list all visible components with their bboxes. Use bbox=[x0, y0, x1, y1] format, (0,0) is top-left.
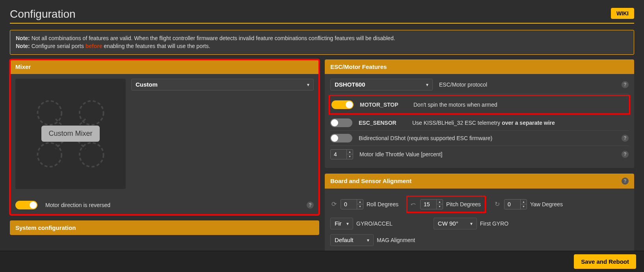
bidir-dshot-toggle[interactable] bbox=[330, 134, 352, 142]
mixer-preview: Custom Mixer bbox=[15, 79, 126, 189]
pitch-axis-icon: ⤺ bbox=[410, 200, 417, 208]
mag-align-label: MAG Alignment bbox=[377, 237, 415, 243]
esc-header: ESC/Motor Features bbox=[325, 59, 634, 74]
stepper-up-icon[interactable]: ▲ bbox=[521, 200, 527, 205]
gyro-index-select[interactable]: First bbox=[330, 218, 353, 229]
custom-mixer-badge: Custom Mixer bbox=[41, 126, 99, 142]
roll-axis-icon: ⟳ bbox=[330, 200, 337, 208]
note-box: Note: Not all combinations of features a… bbox=[10, 30, 634, 55]
bidir-dshot-label: Bidirectional DShot (requires supported … bbox=[359, 135, 615, 141]
mixer-panel: Mixer bbox=[10, 59, 319, 215]
esc-protocol-select[interactable]: DSHOT600 bbox=[330, 79, 433, 91]
first-gyro-label: First GYRO bbox=[480, 220, 508, 227]
idle-throttle-label: Motor Idle Throttle Value [percent] bbox=[359, 151, 615, 157]
svg-point-1 bbox=[80, 101, 104, 125]
motor-reverse-label: Motor direction is reversed bbox=[45, 202, 299, 208]
bottom-bar: Save and Reboot bbox=[0, 251, 644, 272]
idle-throttle-input[interactable] bbox=[331, 150, 346, 159]
help-icon[interactable]: ? bbox=[622, 81, 629, 88]
motor-stop-toggle[interactable] bbox=[331, 100, 354, 109]
esc-sensor-label: ESC_SENSOR bbox=[359, 120, 406, 126]
stepper-down-icon[interactable]: ▼ bbox=[347, 154, 353, 159]
motor-stop-label: MOTOR_STOP bbox=[360, 102, 407, 108]
gyro-accel-label: GYRO/ACCEL bbox=[356, 220, 393, 227]
board-panel: Board and Sensor Alignment ? ⟳ ▲▼ Roll D… bbox=[325, 174, 634, 254]
help-icon[interactable]: ? bbox=[307, 202, 314, 209]
roll-input[interactable] bbox=[341, 200, 357, 209]
first-gyro-select[interactable]: CW 90° bbox=[434, 218, 477, 229]
svg-point-0 bbox=[37, 101, 61, 125]
roll-label: Roll Degrees bbox=[367, 201, 398, 207]
note-warn: before bbox=[86, 43, 102, 49]
yaw-axis-icon: ↻ bbox=[494, 200, 501, 208]
note-line1: Not all combinations of features are val… bbox=[30, 35, 395, 41]
note-line2a: Configure serial ports bbox=[30, 43, 86, 49]
note-prefix: Note: bbox=[16, 35, 30, 41]
motor-reverse-toggle[interactable] bbox=[15, 201, 37, 209]
stepper-down-icon[interactable]: ▼ bbox=[357, 204, 363, 209]
save-reboot-button[interactable]: Save and Reboot bbox=[574, 254, 636, 269]
esc-panel: ESC/Motor Features DSHOT600 ESC/Motor pr… bbox=[325, 59, 634, 168]
help-icon[interactable]: ? bbox=[622, 135, 629, 142]
system-panel: System configuration bbox=[10, 220, 319, 235]
stepper-down-icon[interactable]: ▼ bbox=[437, 204, 443, 209]
yaw-input[interactable] bbox=[504, 200, 520, 209]
mag-align-select[interactable]: Default bbox=[330, 234, 374, 246]
mixer-type-select[interactable]: Custom bbox=[131, 79, 314, 91]
board-header: Board and Sensor Alignment bbox=[330, 178, 411, 184]
stepper-down-icon[interactable]: ▼ bbox=[521, 204, 527, 209]
stepper-up-icon[interactable]: ▲ bbox=[347, 150, 353, 155]
motor-stop-desc: Don't spin the motors when armed bbox=[413, 102, 627, 108]
help-icon[interactable]: ? bbox=[622, 151, 629, 158]
title-divider bbox=[10, 23, 634, 24]
help-icon[interactable]: ? bbox=[622, 178, 629, 185]
esc-protocol-label: ESC/Motor protocol bbox=[439, 81, 615, 88]
wiki-button[interactable]: WIKI bbox=[611, 8, 634, 19]
pitch-input[interactable] bbox=[421, 200, 436, 209]
note-line2b: enabling the features that will use the … bbox=[102, 43, 210, 49]
yaw-stepper[interactable]: ▲▼ bbox=[504, 199, 527, 209]
pitch-label: Pitch Degrees bbox=[446, 201, 481, 207]
esc-sensor-desc: Use KISS/BLHeli_32 ESC telemetry over a … bbox=[412, 120, 629, 126]
yaw-label: Yaw Degrees bbox=[530, 201, 563, 207]
roll-stepper[interactable]: ▲▼ bbox=[341, 199, 363, 209]
stepper-up-icon[interactable]: ▲ bbox=[437, 200, 443, 205]
system-header: System configuration bbox=[10, 220, 319, 235]
esc-sensor-toggle[interactable] bbox=[330, 118, 352, 127]
pitch-stepper[interactable]: ▲▼ bbox=[420, 199, 443, 209]
idle-throttle-stepper[interactable]: ▲▼ bbox=[330, 149, 353, 159]
mixer-header: Mixer bbox=[10, 59, 319, 74]
page-title: Configuration bbox=[10, 8, 611, 20]
stepper-up-icon[interactable]: ▲ bbox=[357, 200, 363, 205]
note-prefix: Note: bbox=[16, 43, 30, 49]
